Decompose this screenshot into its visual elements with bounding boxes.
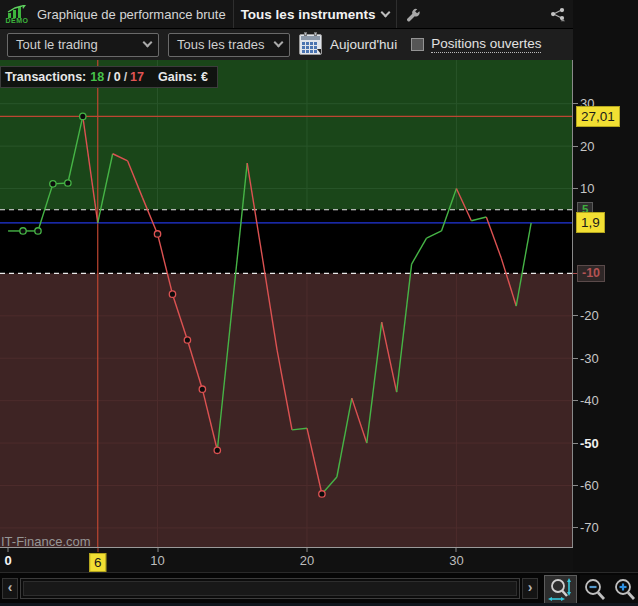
y-axis-label--50: -50 — [580, 436, 599, 451]
y-axis-tick — [573, 443, 578, 444]
performance-chart-window: DEMO Graphique de performance brute Tous… — [0, 0, 638, 606]
scroll-right-button[interactable]: › — [522, 578, 538, 599]
share-icon — [550, 6, 566, 23]
zoom-fit-icon — [548, 577, 574, 603]
losses-count: 17 — [130, 70, 144, 84]
zoom-fit-button[interactable] — [544, 575, 577, 604]
y-axis-label--70: -70 — [580, 520, 599, 535]
scrollbar-thumb[interactable] — [23, 581, 517, 596]
stats-bar: Transactions: 18 / 0 / 17 Gains: € — [0, 66, 218, 88]
zoom-in-button[interactable] — [610, 575, 638, 604]
page-title: Graphique de performance brute — [37, 7, 226, 22]
gains-label: Gains: — [158, 70, 197, 84]
y-axis-label-10: 10 — [580, 181, 594, 196]
demo-label: DEMO — [6, 18, 29, 24]
y-axis-label-20: 20 — [580, 139, 594, 154]
open-positions-checkbox[interactable] — [411, 38, 424, 51]
date-label: Aujourd'hui — [330, 37, 397, 52]
x-axis-label-6: 6 — [89, 553, 107, 572]
y-axis-label--40: -40 — [580, 393, 599, 408]
trade-marker — [199, 386, 205, 392]
x-axis-label-10: 10 — [150, 553, 164, 568]
filter-toolbar: Tout le trading Tous les trades Aujourd'… — [0, 29, 638, 60]
calendar-dropdown-arrow-icon — [317, 49, 321, 54]
flat-count: 0 — [114, 70, 121, 84]
wrench-icon — [404, 6, 420, 23]
x-axis-tick — [157, 548, 158, 552]
demo-logo: DEMO — [2, 5, 32, 24]
open-positions-label[interactable]: Positions ouvertes — [431, 36, 541, 53]
calendar-header — [301, 36, 320, 40]
share-button[interactable] — [550, 6, 566, 22]
y-axis-tick — [573, 358, 578, 359]
trade-marker — [184, 337, 190, 343]
y-axis-label--60: -60 — [580, 478, 599, 493]
trade-marker — [65, 180, 71, 186]
loss-zone — [0, 273, 573, 547]
y-axis-tick — [573, 188, 578, 189]
settings-button[interactable] — [404, 6, 420, 22]
trade-type-select[interactable]: Tous les trades — [168, 33, 290, 57]
wins-count: 18 — [90, 70, 104, 84]
trading-scope-value: Tout le trading — [16, 37, 98, 52]
trade-marker — [214, 447, 220, 453]
trade-marker — [169, 291, 175, 297]
stats-separator: / — [107, 70, 110, 84]
watermark: IT-Finance.com — [1, 534, 91, 549]
y-axis-tick — [573, 315, 578, 316]
currency-symbol: € — [201, 70, 208, 84]
chevron-down-icon — [274, 37, 284, 47]
scrollbar-track[interactable] — [20, 578, 520, 599]
y-axis-label--10: -10 — [577, 265, 605, 282]
demo-chart-icon — [7, 5, 27, 18]
zoom-out-button[interactable] — [580, 575, 610, 604]
chart-plot-area[interactable]: Transactions: 18 / 0 / 17 Gains: € IT-Fi… — [0, 60, 573, 547]
trading-scope-select[interactable]: Tout le trading — [7, 33, 159, 57]
instruments-dropdown-label: Tous les instruments — [241, 7, 376, 22]
y-axis-label-27_01: 27,01 — [576, 106, 620, 127]
trade-marker — [20, 228, 26, 234]
x-axis-tick — [97, 548, 98, 552]
titlebar-separator — [396, 0, 397, 28]
x-axis-tick — [456, 548, 457, 552]
transactions-label: Transactions: — [5, 70, 86, 84]
x-axis-tick — [306, 548, 307, 552]
y-axis: 3027,01201051,9-10-20-30-40-50-60-70 — [573, 0, 638, 572]
y-axis-label-1_9: 1,9 — [576, 212, 605, 233]
trade-marker — [319, 491, 325, 497]
x-axis-label-20: 20 — [300, 553, 314, 568]
trade-type-value: Tous les trades — [177, 37, 264, 52]
y-axis-tick — [573, 146, 578, 147]
title-bar: DEMO Graphique de performance brute Tous… — [0, 0, 638, 29]
y-axis-tick — [573, 527, 578, 528]
trade-marker — [154, 231, 160, 237]
equity-curve-chart[interactable] — [0, 60, 573, 547]
x-axis-label-0: 0 — [4, 553, 11, 568]
scroll-left-button[interactable]: ‹ — [2, 578, 18, 599]
chevron-down-icon — [381, 7, 391, 17]
trade-marker — [80, 113, 86, 119]
y-axis-tick — [573, 485, 578, 486]
calendar-icon — [302, 42, 317, 53]
x-axis: 06102030 — [0, 547, 638, 572]
y-axis-tick — [573, 400, 578, 401]
y-axis-tick — [573, 103, 578, 104]
scroll-row: ‹ › — [0, 572, 638, 603]
calendar-button[interactable] — [299, 34, 322, 55]
x-axis-label-30: 30 — [449, 553, 463, 568]
instruments-dropdown[interactable]: Tous les instruments — [241, 7, 390, 22]
zoom-in-icon — [612, 577, 638, 603]
trade-marker — [35, 228, 41, 234]
stats-separator: / — [124, 70, 127, 84]
zoom-out-icon — [582, 577, 608, 603]
chevron-down-icon — [143, 37, 153, 47]
trade-marker — [50, 181, 56, 187]
y-axis-label--30: -30 — [580, 351, 599, 366]
y-axis-label--20: -20 — [580, 308, 599, 323]
titlebar-separator — [233, 0, 234, 28]
